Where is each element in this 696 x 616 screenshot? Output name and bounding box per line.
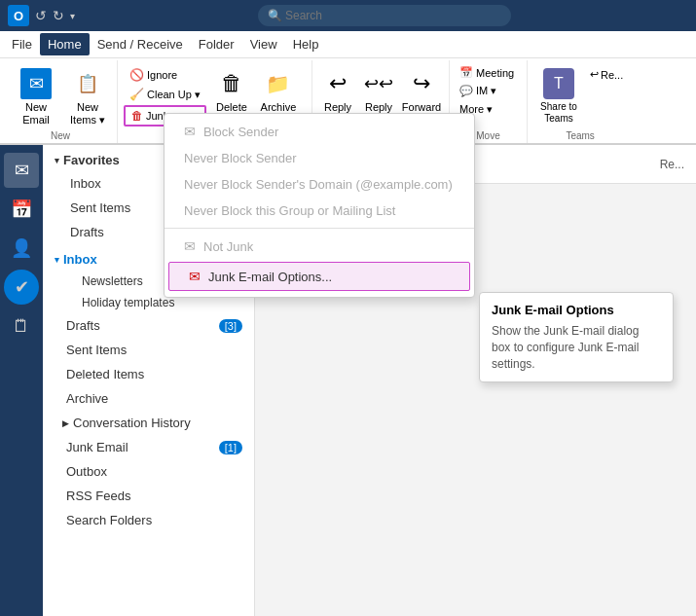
icon-bar: ✉ 📅 👤 ✔ 🗒 [0,145,43,616]
nav-calendar[interactable]: 📅 [4,192,39,227]
nav-mail[interactable]: ✉ [4,153,39,188]
dropdown-item-junk-email-options[interactable]: ✉ Junk E-mail Options... [168,262,470,291]
im-button[interactable]: 💬 IM ▾ [456,83,521,99]
archive-icon: 📁 [263,68,294,99]
sidebar-item-deleted-items[interactable]: Deleted Items [43,362,254,386]
dropdown-item-not-junk[interactable]: ✉ Not Junk [165,233,474,260]
forward-icon: ↪ [406,68,437,99]
undo-icon[interactable]: ↺ [35,8,47,23]
menu-bar: File Home Send / Receive Folder View Hel… [0,31,696,58]
ribbon-group-new: ✉ NewEmail 📋 NewItems ▾ New [4,60,118,143]
junk-email-options-label: Junk E-mail Options... [208,270,332,284]
search-icon: 🔍 [268,9,282,22]
reply-label: Reply [324,101,351,113]
ignore-label: Ignore [147,69,177,81]
menu-help[interactable]: Help [285,33,327,55]
title-bar: O ↺ ↻ ▾ 🔍 [0,0,696,31]
new-email-icon: ✉ [20,68,52,99]
new-email-button[interactable]: ✉ NewEmail [10,64,62,130]
inbox-label: Inbox [63,252,97,267]
junk-email-options-icon: ✉ [189,269,201,284]
sidebar-item-rss-feeds[interactable]: RSS Feeds [43,484,254,508]
archive-button[interactable]: 📁 Archive [257,64,300,117]
tooltip-text: Show the Junk E-mail dialog box to confi… [492,323,661,372]
outlook-icon: O [8,5,29,26]
drafts-badge: [3] [219,319,242,333]
ribbon: ✉ NewEmail 📋 NewItems ▾ New 🚫 Ignore 🧹 C… [0,58,696,145]
forward-button[interactable]: ↪ Forward [400,64,443,117]
nav-people[interactable]: 👤 [4,231,39,266]
new-email-label: NewEmail [22,101,50,127]
dropdown-item-never-block-group[interactable]: Never Block this Group or Mailing List [165,198,474,224]
junk-icon: 🗑 [131,109,143,123]
im-label: IM ▾ [476,85,496,97]
delete-label: Delete [216,101,247,113]
meeting-icon: 📅 [459,66,473,79]
not-junk-icon: ✉ [184,238,196,254]
junk-tooltip: Junk E-mail Options Show the Junk E-mail… [479,292,674,382]
tooltip-title: Junk E-mail Options [492,303,661,317]
conv-hist-chevron: ▶ [62,418,69,428]
meeting-label: Meeting [476,67,514,79]
clean-up-button[interactable]: 🧹 Clean Up ▾ [124,86,206,103]
not-junk-label: Not Junk [203,239,253,254]
redo-icon[interactable]: ↻ [53,8,64,23]
search-input[interactable] [258,5,511,26]
reply-button[interactable]: ↩ Reply [318,64,357,117]
forward-label: Forward [402,101,441,113]
ribbon-group-new-label: New [10,130,111,143]
menu-folder[interactable]: Folder [191,33,242,55]
share-to-teams-button[interactable]: T Share toTeams [533,64,584,128]
favorites-chevron: ▾ [55,156,59,165]
delete-icon: 🗑 [216,68,247,99]
sidebar-item-outbox[interactable]: Outbox [43,459,254,484]
archive-label: Archive [261,101,297,113]
delete-button[interactable]: 🗑 Delete [210,64,253,117]
block-sender-icon: ✉ [184,124,196,139]
sidebar-item-drafts[interactable]: Drafts [3] [43,313,254,338]
menu-send-receive[interactable]: Send / Receive [90,33,191,55]
sidebar-item-conversation-history[interactable]: ▶ Conversation History [43,411,254,435]
nav-tasks[interactable]: ✔ [4,270,39,305]
sidebar-item-sent-items[interactable]: Sent Items [43,338,254,362]
teams-reply-button[interactable]: ↩ Re... [586,66,627,83]
quick-access-icon[interactable]: ▾ [70,11,75,21]
teams-icon: T [543,68,574,99]
sidebar-item-junk-email[interactable]: Junk Email [1] [43,435,254,459]
ignore-icon: 🚫 [129,68,144,82]
new-items-label: NewItems ▾ [70,101,105,127]
dropdown-separator [165,228,474,229]
new-items-button[interactable]: 📋 NewItems ▾ [64,64,111,130]
meeting-button[interactable]: 📅 Meeting [456,64,521,81]
nav-notes[interactable]: 🗒 [4,308,39,344]
junk-badge: [1] [219,441,242,454]
sidebar-item-archive[interactable]: Archive [43,386,254,411]
ribbon-group-teams-label: Teams [533,130,627,143]
menu-file[interactable]: File [4,33,40,55]
new-items-icon: 📋 [72,68,103,99]
clean-up-label: Clean Up ▾ [147,89,201,101]
sidebar-item-search-folders[interactable]: Search Folders [43,508,254,532]
never-block-group-label: Never Block this Group or Mailing List [184,203,395,218]
dropdown-item-never-block-domain[interactable]: Never Block Sender's Domain (@example.co… [165,171,474,198]
never-block-sender-label: Never Block Sender [184,151,297,165]
reply-icon: ↩ [322,68,353,99]
reply-all-icon: ↩↩ [363,68,394,99]
clean-up-icon: 🧹 [129,88,144,101]
menu-view[interactable]: View [242,33,285,55]
never-block-domain-label: Never Block Sender's Domain (@example.co… [184,177,453,192]
junk-dropdown: ✉ Block Sender Never Block Sender Never … [164,113,475,298]
block-sender-label: Block Sender [203,125,278,139]
im-icon: 💬 [459,85,473,97]
dropdown-item-block-sender[interactable]: ✉ Block Sender [165,118,474,145]
teams-reply-label: Re... [601,69,623,81]
menu-home[interactable]: Home [40,33,90,55]
teams-reply-icon: ↩ [590,68,599,81]
share-to-teams-label: Share toTeams [540,101,577,125]
ignore-button[interactable]: 🚫 Ignore [124,66,206,84]
dropdown-item-never-block-sender[interactable]: Never Block Sender [165,145,474,171]
favorites-label: Favorites [63,153,120,167]
ribbon-group-teams: T Share toTeams ↩ Re... Teams [528,60,633,143]
folder-list: Drafts [3] Sent Items Deleted Items Arch… [43,313,254,532]
inbox-chevron: ▾ [55,255,59,265]
